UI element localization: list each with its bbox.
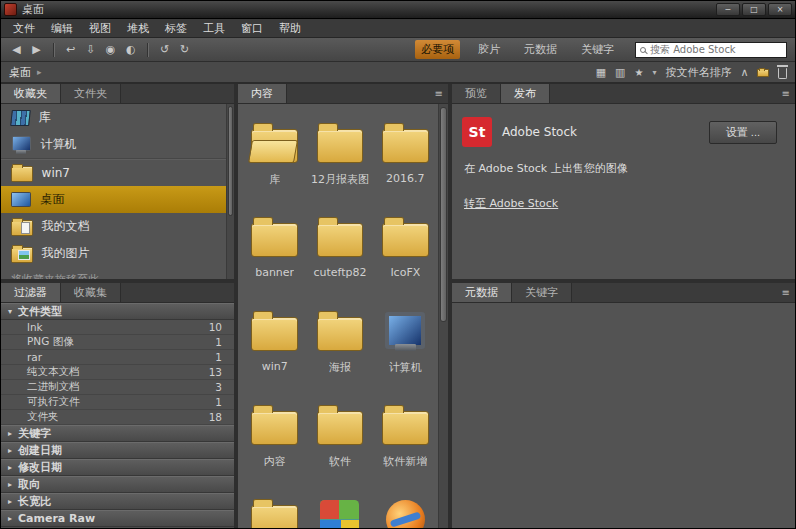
filter-row-executable[interactable]: 可执行文件 1 [1,395,234,410]
content-item-app2[interactable] [373,486,438,528]
content-item-app[interactable] [307,486,372,528]
metadata-body [452,303,795,528]
rotate-left-icon[interactable]: ↺ [157,43,172,56]
content-item-label: 软件 [329,454,351,469]
rating-filter-icon[interactable]: ★ [634,67,643,78]
rotate-right-icon[interactable]: ↻ [177,43,192,56]
tab-metadata[interactable]: 元数据 [452,283,512,302]
menu-view[interactable]: 视图 [81,19,119,38]
content-tabbar: 内容 ≡ [238,84,448,104]
camera-raw-icon[interactable]: ◐ [123,43,138,56]
tab-favorites[interactable]: 收藏夹 [1,84,61,103]
workspace-filmstrip[interactable]: 胶片 [472,40,506,59]
back-icon[interactable]: ◀ [9,43,24,56]
tab-folders[interactable]: 文件夹 [61,84,121,103]
favorites-item-computer[interactable]: 计算机 [1,131,234,158]
menu-file[interactable]: 文件 [5,19,43,38]
tab-filter[interactable]: 过滤器 [1,283,61,302]
filter-section-file-type[interactable]: ▾ 文件类型 [1,303,234,320]
content-item-win7[interactable]: win7 [242,298,307,392]
panel-menu-icon[interactable]: ≡ [782,287,790,298]
content-item-banner[interactable]: banner [242,204,307,298]
filter-section-orientation[interactable]: ▸ 取向 [1,476,234,493]
filter-row-rar[interactable]: rar 1 [1,350,234,365]
scrollbar-thumb[interactable] [228,106,233,216]
favorites-tabbar: 收藏夹 文件夹 [1,84,234,104]
maximize-button[interactable]: □ [742,3,766,16]
sort-ascending-icon[interactable]: ∧ [740,66,748,79]
import-icon[interactable]: ⇩ [83,43,98,56]
breadcrumb[interactable]: 桌面 [9,65,31,80]
content-item-computer[interactable]: 计算机 [373,298,438,392]
favorites-item-desktop[interactable]: 桌面 [1,186,234,213]
folder-icon [11,166,33,182]
menu-help[interactable]: 帮助 [271,19,309,38]
favorites-item-pictures[interactable]: 我的图片 [1,240,234,267]
favorites-item-win7[interactable]: win7 [1,159,234,186]
content-scrollbar[interactable] [438,104,448,528]
folder-icon [251,223,298,257]
content-item-icofx[interactable]: IcoFX [373,204,438,298]
filter-section-date-created[interactable]: ▸ 创建日期 [1,442,234,459]
folder-icon [317,129,364,163]
content-item-content[interactable]: 内容 [242,392,307,486]
filter-row-label: 二进制文档 [27,380,80,394]
thumbnail-view-icon[interactable]: ▦ [596,66,606,79]
filter-section-date-modified[interactable]: ▸ 修改日期 [1,459,234,476]
refine-icon[interactable]: ◉ [103,43,118,56]
window-title: 桌面 [22,2,44,17]
tab-preview[interactable]: 预览 [452,84,501,103]
filter-section-camera-raw[interactable]: ▸ Camera Raw [1,510,234,527]
workspace-keywords[interactable]: 关键字 [575,40,620,59]
go-to-adobe-stock-link[interactable]: 转至 Adobe Stock [464,196,558,211]
close-button[interactable]: × [768,3,792,16]
search-input[interactable] [650,44,782,55]
minimize-button[interactable]: ─ [716,3,740,16]
menu-tools[interactable]: 工具 [195,19,233,38]
panel-menu-icon[interactable]: ≡ [782,88,790,99]
filter-row-count: 1 [215,396,222,408]
tab-content[interactable]: 内容 [238,84,287,103]
toolbar-divider [53,43,54,57]
favorites-scrollbar[interactable] [226,104,234,279]
filter-row-binary[interactable]: 二进制文档 3 [1,380,234,395]
boomerang-icon[interactable]: ↩ [63,43,78,56]
menu-stacks[interactable]: 堆栈 [119,19,157,38]
filter-row-lnk[interactable]: lnk 10 [1,320,234,335]
filter-section-label: Camera Raw [18,512,95,525]
menu-label[interactable]: 标签 [157,19,195,38]
scrollbar-thumb[interactable] [440,107,447,322]
new-folder-icon[interactable] [757,69,769,77]
tab-keywords[interactable]: 关键字 [512,283,572,302]
forward-icon[interactable]: ▶ [29,43,44,56]
filter-section-keywords[interactable]: ▸ 关键字 [1,425,234,442]
panel-menu-icon[interactable]: ≡ [435,88,443,99]
content-grid: 库 12月报表图 2016.7 banner [238,104,438,528]
content-item-library[interactable]: 库 [242,110,307,204]
tab-collections[interactable]: 收藏集 [61,283,121,302]
workspace-metadata[interactable]: 元数据 [518,40,563,59]
delete-icon[interactable] [778,68,787,79]
sort-by-label[interactable]: 按文件名排序 [665,65,731,80]
filter-row-folder[interactable]: 文件夹 18 [1,410,234,425]
filter-row-png[interactable]: PNG 图像 1 [1,335,234,350]
content-item-cuteftp82[interactable]: cuteftp82 [307,204,372,298]
content-item-software-new[interactable]: 软件新增 [373,392,438,486]
content-item-december-reports[interactable]: 12月报表图 [307,110,372,204]
filter-section-aspect-ratio[interactable]: ▸ 长宽比 [1,493,234,510]
content-item-2016-7[interactable]: 2016.7 [373,110,438,204]
favorites-item-library[interactable]: 库 [1,104,234,131]
menu-edit[interactable]: 编辑 [43,19,81,38]
content-item-software[interactable]: 软件 [307,392,372,486]
search-box[interactable] [635,42,787,58]
favorites-item-documents[interactable]: 我的文档 [1,213,234,240]
workspace-essentials[interactable]: 必要项 [415,40,460,59]
chevron-down-icon[interactable]: ▾ [652,68,656,77]
stock-settings-button[interactable]: 设置 ... [709,121,777,144]
tab-publish[interactable]: 发布 [501,84,550,103]
detail-view-icon[interactable]: ▥ [615,66,625,79]
filter-row-plain-text[interactable]: 纯文本文档 13 [1,365,234,380]
content-item-folder[interactable] [242,486,307,528]
menu-window[interactable]: 窗口 [233,19,271,38]
content-item-posters[interactable]: 海报 [307,298,372,392]
